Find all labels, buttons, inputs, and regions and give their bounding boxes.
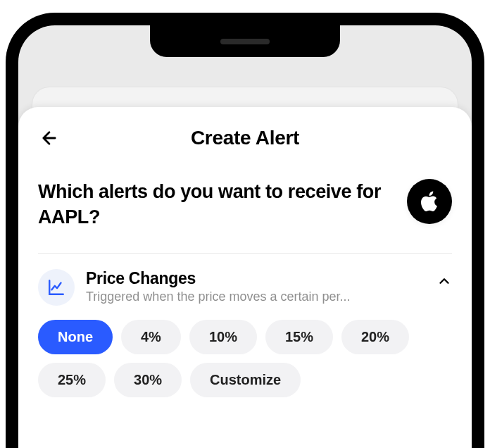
question-row: Which alerts do you want to receive for … — [38, 179, 452, 254]
sheet-header: Create Alert — [38, 127, 452, 149]
back-arrow-icon — [39, 128, 59, 148]
question-ticker: AAPL — [38, 206, 89, 228]
option-pill-25[interactable]: 25% — [38, 363, 106, 397]
option-pill-10[interactable]: 10% — [189, 320, 257, 354]
option-pill-none[interactable]: None — [38, 320, 113, 354]
apple-icon — [417, 189, 441, 213]
page-title: Create Alert — [61, 127, 429, 149]
option-pill-20[interactable]: 20% — [341, 320, 409, 354]
phone-inner: Create Alert Which alerts do you want to… — [18, 25, 472, 448]
section-title: Price Changes — [86, 269, 425, 288]
question-suffix: ? — [89, 206, 100, 228]
option-pill-15[interactable]: 15% — [265, 320, 333, 354]
create-alert-sheet: Create Alert Which alerts do you want to… — [18, 107, 472, 448]
phone-speaker — [220, 39, 270, 44]
option-pill-customize[interactable]: Customize — [190, 363, 301, 397]
option-pill-4[interactable]: 4% — [121, 320, 181, 354]
option-pills: None4%10%15%20%25%30%Customize — [38, 320, 452, 397]
question-prefix: Which alerts do you want to receive for — [38, 181, 381, 202]
chevron-up-icon — [436, 273, 452, 292]
phone-frame: Create Alert Which alerts do you want to… — [6, 13, 484, 448]
section-description: Triggered when the price moves a certain… — [86, 290, 425, 304]
ticker-avatar — [407, 179, 452, 224]
chart-line-icon — [47, 278, 65, 297]
question-text: Which alerts do you want to receive for … — [38, 179, 396, 230]
phone-notch — [150, 25, 340, 57]
option-pill-30[interactable]: 30% — [114, 363, 182, 397]
section-header[interactable]: Price Changes Triggered when the price m… — [38, 269, 452, 306]
app-screen: Create Alert Which alerts do you want to… — [18, 25, 472, 448]
section-icon-container — [38, 269, 75, 306]
price-changes-section: Price Changes Triggered when the price m… — [38, 254, 452, 397]
back-button[interactable] — [38, 127, 61, 149]
section-text: Price Changes Triggered when the price m… — [86, 269, 425, 304]
